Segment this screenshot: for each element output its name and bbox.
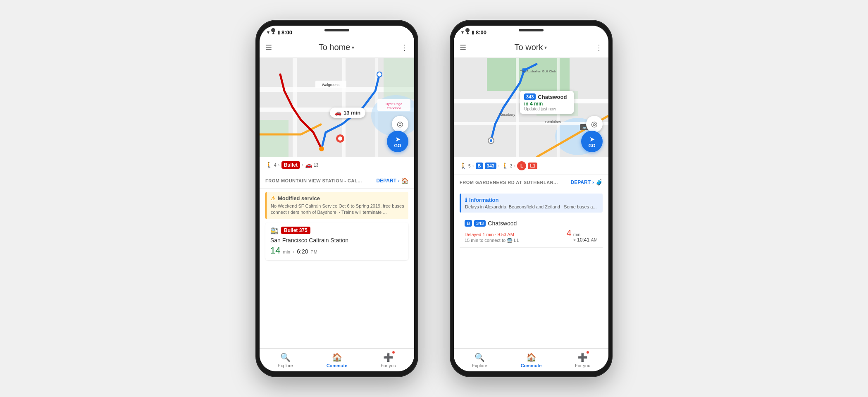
tooltip-time-2: in 4 min [524,101,570,107]
scroll-content-1: ⚠ Modified service No Weekend SF Caltrai… [260,189,414,348]
svg-rect-6 [260,120,289,157]
info-text-2: Delays in Alexandria, Beaconsfield and Z… [465,204,599,209]
speaker-1 [324,29,349,31]
svg-text:Francisco: Francisco [387,106,401,110]
route-timing-1: 14 min › 6:20 PM [270,245,403,256]
walk-count-2b: 3 [510,164,513,168]
tooltip-route-2: 343 [524,93,536,100]
rc2-delay-2: Delayed 1 min · 9:53 AM [465,232,519,237]
tooltip-title-2: 343 Chatswood [524,93,570,100]
phone-1: ▾ ▲ ▮ 8:00 ☰ To home ▾ ⋮ [256,21,417,376]
nav-explore-1[interactable]: 🔍 Explore [260,349,311,371]
explore-label-2: Explore [472,363,487,368]
bottom-nav-2: 🔍 Explore 🏠 Commute ➕ For you [454,348,608,371]
dropdown-arrow-2: ▾ [544,45,547,50]
step-arrow-5: › [514,163,515,169]
alert-title-1: ⚠ Modified service [271,195,404,201]
from-row-2: FROM GARDENERS RD AT SUTHERLAN... DEPART… [454,175,608,190]
bag-icon-2: 🧳 [596,179,603,186]
hamburger-icon-1[interactable]: ☰ [265,43,272,52]
phone-screen-1: ▾ ▲ ▮ 8:00 ☰ To home ▾ ⋮ [260,26,414,371]
foryou-icon-1: ➕ [383,353,393,362]
timing-time-1: 6:20 PM [297,248,317,255]
nav-foryou-1[interactable]: ➕ For you [362,349,414,371]
battery-icon-2: ▮ [472,30,474,35]
rc2-connect-2: 15 min to connect to 🚍 L1 [465,238,519,243]
go-arrow-icon-1: ➤ [395,135,401,143]
camera-2 [465,28,470,32]
timing-mins-1: 14 [270,245,280,256]
from-label-wrapper-1: FROM MOUNTAIN VIEW STATION - CAL... [265,178,362,183]
alert-title-text-1: Modified service [278,195,320,201]
nav-foryou-2[interactable]: ➕ For you [557,349,608,371]
route-destination-1: San Francisco Caltrain Station [270,237,403,244]
step-arrow-4: › [498,163,500,169]
nav-explore-2[interactable]: 🔍 Explore [454,349,506,371]
time-value-1: 6:20 [297,248,308,255]
location-button-2[interactable]: ◎ [586,116,603,132]
svg-rect-26 [516,58,519,157]
svg-text:Rosebery: Rosebery [499,112,515,117]
walk-icon-2b: 🚶 [501,163,508,169]
walk-count-1: 4 [274,163,277,167]
status-bar-2: ▾ ▲ ▮ 8:00 [454,26,608,37]
bus-l-2: L [517,161,526,170]
tooltip-updated-2: Updated just now [524,107,570,111]
step-arrow-1: › [278,162,280,168]
info-title-text-2: Information [469,197,499,203]
header-title-1[interactable]: To home ▾ [319,43,355,52]
foryou-badge-2: ➕ [577,352,588,362]
map-tooltip-2: 343 Chatswood in 4 min Updated just now [520,91,574,114]
foryou-badge-1: ➕ [383,352,393,362]
wifi-icon: ▾ [267,30,269,35]
more-icon-1[interactable]: ⋮ [401,43,408,52]
status-time-1: 8:00 [281,29,292,36]
route-card-1[interactable]: 🚉 Bullet 375 San Francisco Caltrain Stat… [265,222,408,260]
go-button-2[interactable]: ➤ GO [581,131,603,152]
svg-text:Walgreens: Walgreens [322,83,340,87]
rc2-arrow: > [573,237,576,242]
depart-button-1[interactable]: DEPART › 🏠 [377,177,408,184]
bus-badge-1: Bullet [281,161,300,169]
location-button-1[interactable]: ◎ [392,116,408,132]
more-icon-2[interactable]: ⋮ [595,43,603,52]
train-icon-1: 🚉 [270,227,279,234]
route-card-2[interactable]: B 343 Chatswood Delayed 1 min · 9:53 AM … [460,216,603,248]
depart-button-2[interactable]: DEPART › 🧳 [571,179,603,186]
time-text-1: 13 min [343,110,360,116]
go-button-1[interactable]: ➤ GO [387,131,408,152]
tooltip-dest-2: Chatswood [538,94,567,100]
commute-label-1: Commute [327,363,348,368]
svg-rect-7 [384,58,414,99]
badge-dot-2 [586,351,589,354]
rc2-timing-2: 4 min > 10:41 AM [566,228,598,243]
speaker-2 [519,29,544,31]
map-area-2: 🚌 Rosebery Eastlakes The Australian Golf… [454,58,608,157]
route-steps-2: 🚶 5 › B 343 › 🚶 3 › L L1 [454,157,608,175]
explore-icon-1: 🔍 [280,352,291,362]
car-count-1: 13 [314,163,318,167]
svg-text:Eastlakes: Eastlakes [545,120,561,124]
timing-arrow-1: › [293,249,294,255]
from-label-2: FROM GARDENERS RD AT SUTHERLAN... [460,180,558,185]
svg-point-11 [319,146,324,151]
nav-commute-1[interactable]: 🏠 Commute [311,349,363,371]
rc2-badge-b: B [465,220,472,227]
alert-box-1: ⚠ Modified service No Weekend SF Caltrai… [265,192,408,219]
rc2-info-2: Delayed 1 min · 9:53 AM 15 min to connec… [465,228,598,243]
rc2-label: min [573,232,598,237]
nav-commute-2[interactable]: 🏠 Commute [506,349,557,371]
hamburger-icon-2[interactable]: ☰ [460,43,466,52]
go-label-1: GO [394,143,401,148]
bus-l1-2: L1 [528,163,537,169]
time-badge-1: 🚗 13 min [330,108,365,118]
svg-point-14 [338,136,342,141]
header-title-2[interactable]: To work ▾ [515,43,547,52]
foryou-icon-2: ➕ [577,353,588,362]
title-text-1: To home [319,43,351,52]
route-steps-1: 🚶 4 › Bullet › 🚗 13 [260,157,414,173]
phone-frame-1: ▾ ▲ ▮ 8:00 ☰ To home ▾ ⋮ [256,21,417,376]
info-icon-2: ℹ [465,197,467,203]
explore-label-1: Explore [278,363,293,368]
rc2-mins-2: 4 [566,228,571,239]
